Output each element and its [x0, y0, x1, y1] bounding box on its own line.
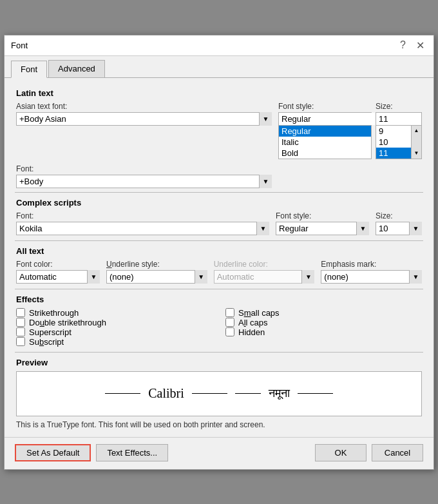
divider-alltext: [15, 289, 423, 289]
style-item-italic[interactable]: Italic: [279, 137, 371, 148]
size-input[interactable]: [376, 113, 421, 126]
complex-size-group: Size: 10 ▼: [376, 211, 422, 235]
preview-content: Calibri नमूना: [105, 386, 333, 401]
size-item-11[interactable]: 11: [376, 148, 411, 159]
font-color-select-wrapper[interactable]: Automatic ▼: [16, 270, 100, 284]
title-bar: Font ? ✕: [5, 35, 433, 56]
complex-scripts-row: Font: Kokila ▼ Font style: Regular: [16, 211, 422, 235]
asian-font-row: Asian text font: +Body Asian ▼ Font styl…: [16, 102, 422, 159]
preview-box: Calibri नमूना: [16, 371, 422, 416]
size-item-10[interactable]: 10: [376, 137, 411, 148]
font-group: Font: +Body ▼: [16, 164, 272, 188]
size-label: Size:: [376, 102, 422, 111]
complex-style-group: Font style: Regular ▼: [276, 211, 369, 235]
effects-right: Small caps All caps Hidden: [225, 308, 422, 347]
style-item-regular[interactable]: Regular: [279, 126, 371, 137]
underline-color-select[interactable]: Automatic: [214, 270, 315, 284]
subscript-checkbox[interactable]: [16, 337, 25, 346]
preview-note: This is a TrueType font. This font will …: [16, 420, 422, 429]
font-color-label: Font color:: [16, 260, 100, 269]
complex-style-select-wrapper[interactable]: Regular ▼: [276, 222, 369, 235]
hidden-label: Hidden: [238, 327, 265, 337]
complex-font-label: Font:: [16, 211, 269, 220]
hidden-row: Hidden: [225, 327, 422, 337]
size-item-9[interactable]: 9: [376, 126, 411, 137]
size-box: 9 10 11 ▲ ▼: [376, 112, 422, 159]
preview-line-3: [235, 393, 261, 394]
size-items: 9 10 11: [376, 126, 411, 159]
complex-font-select[interactable]: Kokila: [16, 222, 269, 235]
superscript-label: Superscript: [29, 327, 71, 337]
size-scroll-up[interactable]: ▲: [412, 126, 421, 135]
close-button[interactable]: ✕: [414, 39, 427, 52]
latin-text-section: Latin text Asian text font: +Body Asian …: [15, 88, 423, 188]
all-caps-label: All caps: [238, 318, 268, 327]
style-size-group: Font style: ▲ Regular Italic Bold: [278, 102, 422, 159]
strikethrough-checkbox[interactable]: [16, 308, 25, 317]
preview-line-2: [192, 393, 227, 394]
ok-button[interactable]: OK: [315, 444, 367, 461]
complex-font-select-wrapper[interactable]: Kokila ▼: [16, 222, 269, 235]
font-style-label: Font style:: [278, 102, 372, 111]
preview-hindi: नमूना: [269, 387, 290, 400]
underline-style-select[interactable]: (none): [106, 270, 207, 284]
divider-effects: [15, 352, 423, 353]
subscript-row: Subscript: [16, 337, 213, 347]
complex-size-select[interactable]: 10: [376, 222, 422, 235]
divider-latin: [15, 192, 423, 193]
complex-size-label: Size:: [376, 211, 422, 220]
strikethrough-label: Strikethrough: [29, 308, 79, 318]
underline-color-label: Underline color:: [214, 260, 315, 269]
all-text-section: All text Font color: Automatic ▼ Underli…: [15, 246, 423, 284]
set-default-button[interactable]: Set As Default: [15, 444, 91, 461]
font-dialog: Font ? ✕ Font Advanced Latin text Asian …: [4, 35, 434, 470]
tab-advanced[interactable]: Advanced: [48, 60, 105, 77]
underline-style-group: Underline style: (none) ▼: [106, 260, 207, 284]
all-text-label: All text: [16, 246, 422, 256]
dialog-title: Font: [11, 41, 28, 50]
help-button[interactable]: ?: [397, 39, 408, 51]
emphasis-mark-select-wrapper[interactable]: (none) ▼: [321, 270, 422, 284]
hidden-checkbox[interactable]: [225, 327, 234, 336]
font-color-group: Font color: Automatic ▼: [16, 260, 100, 284]
underline-color-select-wrapper[interactable]: Automatic ▼: [214, 270, 315, 284]
font-style-list: Regular Italic Bold: [279, 126, 371, 159]
superscript-row: Superscript: [16, 327, 213, 337]
font-color-select[interactable]: Automatic: [16, 270, 100, 284]
dialog-content: Latin text Asian text font: +Body Asian …: [5, 78, 433, 437]
small-caps-row: Small caps: [225, 308, 422, 318]
tab-font[interactable]: Font: [11, 61, 47, 78]
double-strikethrough-label: Double strikethrough: [29, 318, 106, 327]
all-text-row: Font color: Automatic ▼ Underline style:: [16, 260, 422, 284]
bottom-left-buttons: Set As Default Text Effects...: [15, 444, 168, 461]
superscript-checkbox[interactable]: [16, 327, 25, 336]
underline-style-select-wrapper[interactable]: (none) ▼: [106, 270, 207, 284]
style-item-bold[interactable]: Bold: [279, 148, 371, 159]
preview-line-1: [105, 393, 140, 394]
size-scroll-down[interactable]: ▼: [412, 149, 421, 158]
double-strikethrough-checkbox[interactable]: [16, 318, 25, 327]
complex-size-select-wrapper[interactable]: 10 ▼: [376, 222, 422, 235]
complex-scripts-section: Complex scripts Font: Kokila ▼ Font styl…: [15, 198, 423, 235]
asian-font-group: Asian text font: +Body Asian ▼: [16, 102, 272, 159]
font-select-wrapper[interactable]: +Body ▼: [16, 175, 272, 188]
font-style-box: ▲ Regular Italic Bold: [278, 112, 372, 159]
effects-label: Effects: [16, 295, 422, 304]
effects-left: Strikethrough Double strikethrough Super…: [16, 308, 213, 347]
latin-text-label: Latin text: [16, 88, 422, 98]
asian-font-select[interactable]: +Body Asian: [16, 112, 272, 126]
complex-style-select[interactable]: Regular: [276, 222, 369, 235]
emphasis-mark-select[interactable]: (none): [321, 270, 422, 284]
size-scrollbar[interactable]: ▲ ▼: [411, 126, 421, 159]
text-effects-button[interactable]: Text Effects...: [96, 444, 168, 461]
preview-section: Preview Calibri नमूना This is a TrueType…: [15, 358, 423, 429]
font-select[interactable]: +Body: [16, 175, 272, 188]
font-style-input-row: ▲: [279, 113, 371, 126]
font-row: Font: +Body ▼: [16, 164, 422, 188]
asian-font-select-wrapper[interactable]: +Body Asian ▼: [16, 112, 272, 126]
small-caps-checkbox[interactable]: [225, 308, 234, 317]
size-group: Size: 9 10 11 ▲: [376, 102, 422, 159]
all-caps-checkbox[interactable]: [225, 318, 234, 327]
font-row-spacer: [278, 164, 422, 188]
cancel-button[interactable]: Cancel: [372, 444, 423, 461]
